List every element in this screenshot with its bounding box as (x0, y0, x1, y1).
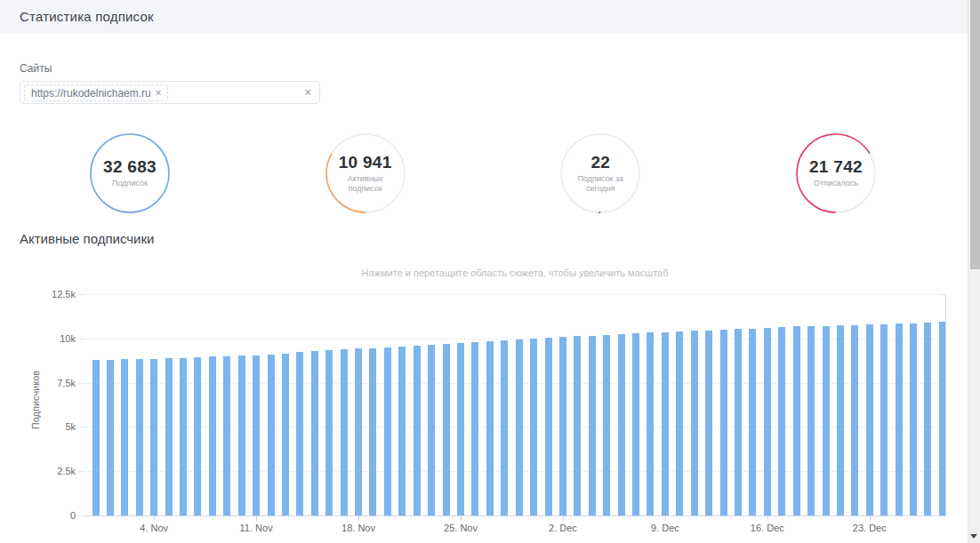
bar[interactable] (516, 339, 523, 515)
bar[interactable] (150, 359, 157, 515)
bar[interactable] (384, 347, 391, 515)
bar[interactable] (735, 329, 742, 515)
bar[interactable] (471, 342, 478, 515)
bar[interactable] (545, 338, 552, 515)
chart-zoom-hint: Нажмите и перетащите область сюжета, что… (84, 268, 945, 278)
bar[interactable] (851, 325, 858, 515)
clear-input-icon[interactable]: × (304, 86, 311, 98)
x-axis-label: 18. Nov (327, 523, 390, 533)
stat-circle: 21 742Отписалось (793, 131, 879, 216)
stats-row: 32 683Подписок10 941Активных подписок22П… (87, 131, 879, 216)
bar[interactable] (369, 348, 376, 515)
bar[interactable] (223, 356, 230, 515)
bar[interactable] (778, 327, 785, 515)
bar[interactable] (428, 345, 435, 515)
y-axis-label: 2.5k (31, 466, 76, 476)
site-tag[interactable]: https://rukodelnichaem.ru × (24, 84, 168, 101)
bar[interactable] (676, 331, 683, 515)
x-axis-tick (665, 516, 666, 521)
bar[interactable] (823, 326, 830, 515)
bar[interactable] (924, 323, 931, 515)
y-axis-title: Подписчиков (30, 347, 41, 453)
vertical-scrollbar[interactable] (968, 0, 980, 543)
bar[interactable] (807, 326, 815, 515)
bar[interactable] (253, 355, 260, 515)
y-axis-tick (78, 294, 84, 295)
bar[interactable] (121, 359, 128, 515)
bar[interactable] (618, 334, 625, 515)
bar[interactable] (691, 331, 698, 515)
bar[interactable] (107, 360, 114, 515)
bar[interactable] (398, 347, 406, 515)
bar[interactable] (486, 341, 494, 515)
y-axis-label: 7.5k (31, 378, 76, 388)
bar[interactable] (705, 331, 712, 515)
bar[interactable] (443, 344, 450, 515)
bar[interactable] (325, 350, 333, 515)
bar[interactable] (910, 323, 917, 515)
x-axis-tick (461, 516, 462, 521)
x-axis-tick (256, 516, 257, 521)
bar[interactable] (837, 325, 844, 515)
stat-value: 32 683 (103, 157, 157, 177)
subscribers-chart[interactable]: Нажмите и перетащите область сюжета, что… (0, 263, 968, 543)
scroll-down-arrow-icon[interactable] (970, 534, 977, 539)
bar[interactable] (136, 359, 143, 515)
bar[interactable] (589, 336, 596, 515)
bar[interactable] (720, 330, 727, 515)
x-axis-tick (870, 516, 871, 521)
bar[interactable] (209, 356, 216, 515)
bar[interactable] (311, 351, 318, 515)
bar[interactable] (559, 337, 566, 515)
stat-value: 10 941 (339, 153, 392, 172)
bar[interactable] (603, 335, 610, 515)
subscriptions-stats-page: Статистика подписок Сайты https://rukode… (0, 0, 980, 543)
x-axis-tick (767, 516, 768, 521)
y-axis-tick (78, 471, 84, 472)
bar[interactable] (194, 357, 201, 515)
stat-circle: 22Подписок за сегодня (558, 131, 643, 216)
bar[interactable] (866, 324, 873, 515)
bar[interactable] (296, 352, 303, 515)
y-axis-label: 0 (31, 510, 76, 521)
sites-label: Сайты (20, 62, 52, 75)
x-axis-label: 9. Dec (634, 523, 696, 533)
bar[interactable] (165, 358, 173, 515)
bar[interactable] (238, 355, 245, 515)
x-axis-label: 4. Nov (123, 523, 185, 533)
bar[interactable] (355, 348, 362, 515)
bar[interactable] (662, 332, 669, 515)
bar[interactable] (282, 354, 289, 515)
bar[interactable] (501, 340, 508, 515)
stat-circle: 10 941Активных подписок (323, 131, 408, 216)
bar[interactable] (341, 349, 348, 515)
bar[interactable] (92, 360, 100, 515)
x-axis-label: 16. Dec (736, 523, 799, 533)
stat-label: Подписок (95, 179, 165, 188)
bar[interactable] (749, 329, 756, 515)
y-axis-tick (78, 339, 84, 339)
remove-tag-icon[interactable]: × (156, 88, 161, 98)
bar[interactable] (632, 333, 639, 515)
y-axis-tick (78, 515, 84, 516)
bar[interactable] (180, 358, 187, 515)
bar[interactable] (896, 323, 903, 515)
gridline (84, 294, 945, 295)
scrollbar-thumb[interactable] (970, 0, 980, 269)
x-axis-label: 2. Dec (532, 523, 594, 533)
bar[interactable] (414, 346, 421, 515)
sites-multiselect-input[interactable]: https://rukodelnichaem.ru × × (20, 81, 320, 104)
bar[interactable] (530, 339, 537, 515)
y-axis-label: 5k (31, 421, 76, 432)
bar[interactable] (647, 332, 654, 515)
bar[interactable] (880, 324, 888, 515)
page-header: Статистика подписок (0, 0, 968, 34)
stat-label: Отписалось (801, 179, 871, 188)
bar[interactable] (574, 336, 581, 515)
bar[interactable] (268, 355, 275, 515)
x-axis-tick (563, 516, 564, 521)
bar[interactable] (457, 343, 464, 515)
bar[interactable] (764, 328, 771, 515)
y-axis-tick (78, 383, 84, 384)
bar[interactable] (793, 326, 800, 515)
